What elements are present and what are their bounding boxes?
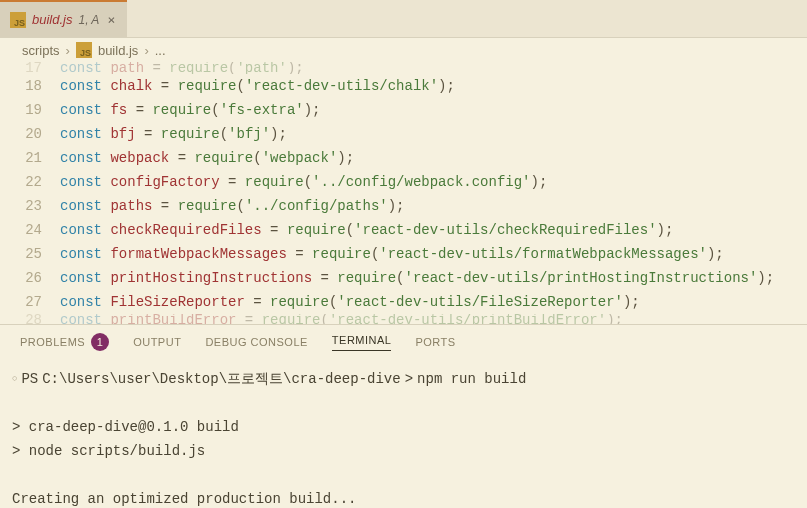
terminal-prompt-prefix: PS — [21, 367, 38, 391]
line-number: 17 — [0, 62, 42, 74]
line-number: 18 — [0, 74, 42, 98]
code-line[interactable]: const path = require('path'); — [60, 62, 807, 74]
line-number: 27 — [0, 290, 42, 314]
js-file-icon: JS — [10, 12, 26, 28]
tab-bar: JS build.js 1, A × — [0, 0, 807, 38]
line-number: 23 — [0, 194, 42, 218]
code-line[interactable]: const chalk = require('react-dev-utils/c… — [60, 74, 807, 98]
code-line[interactable]: const FileSizeReporter = require('react-… — [60, 290, 807, 314]
terminal-line — [12, 463, 787, 487]
problems-count-badge: 1 — [91, 333, 109, 351]
breadcrumb-item[interactable]: scripts — [22, 43, 60, 58]
chevron-right-icon: › — [144, 43, 148, 58]
code-line[interactable]: const webpack = require('webpack'); — [60, 146, 807, 170]
tab-debug-console[interactable]: DEBUG CONSOLE — [205, 333, 307, 351]
circle-icon: ○ — [12, 375, 17, 384]
tab-ports[interactable]: PORTS — [415, 333, 455, 351]
line-number: 25 — [0, 242, 42, 266]
code-area[interactable]: const path = require('path');const chalk… — [60, 62, 807, 324]
line-gutter: 171819202122232425262728 — [0, 62, 60, 324]
tab-label: TERMINAL — [332, 334, 392, 346]
terminal-line — [12, 391, 787, 415]
line-number: 21 — [0, 146, 42, 170]
tab-label: OUTPUT — [133, 336, 181, 348]
code-editor[interactable]: 171819202122232425262728 const path = re… — [0, 62, 807, 324]
tab-output[interactable]: OUTPUT — [133, 333, 181, 351]
panel-tabs: PROBLEMS 1 OUTPUT DEBUG CONSOLE TERMINAL… — [0, 325, 807, 359]
line-number: 26 — [0, 266, 42, 290]
tab-label: PROBLEMS — [20, 336, 85, 348]
code-line[interactable]: const checkRequiredFiles = require('reac… — [60, 218, 807, 242]
code-line[interactable]: const bfj = require('bfj'); — [60, 122, 807, 146]
breadcrumb-item[interactable]: ... — [155, 43, 166, 58]
tab-label: DEBUG CONSOLE — [205, 336, 307, 348]
terminal-command: npm run build — [417, 367, 526, 391]
breadcrumb: scripts › JS build.js › ... — [0, 38, 807, 62]
close-icon[interactable]: × — [105, 12, 117, 27]
code-line[interactable]: const paths = require('../config/paths')… — [60, 194, 807, 218]
terminal-cwd: C:\Users\user\Desktop\프로젝트\cra-deep-dive — [42, 367, 400, 391]
line-number: 22 — [0, 170, 42, 194]
tab-label: PORTS — [415, 336, 455, 348]
code-line[interactable]: const formatWebpackMessages = require('r… — [60, 242, 807, 266]
tab-problems[interactable]: PROBLEMS 1 — [20, 333, 109, 351]
code-line[interactable]: const printHostingInstructions = require… — [60, 266, 807, 290]
tab-filename: build.js — [32, 12, 72, 27]
breadcrumb-item[interactable]: build.js — [98, 43, 138, 58]
terminal-line: Creating an optimized production build..… — [12, 487, 787, 508]
tab-build-js[interactable]: JS build.js 1, A × — [0, 0, 127, 37]
terminal[interactable]: ○ PS C:\Users\user\Desktop\프로젝트\cra-deep… — [0, 359, 807, 508]
terminal-line: > cra-deep-dive@0.1.0 build — [12, 415, 787, 439]
terminal-prompt-suffix: > — [405, 367, 413, 391]
code-line[interactable]: const fs = require('fs-extra'); — [60, 98, 807, 122]
line-number: 20 — [0, 122, 42, 146]
tab-diff-indicator: 1, A — [78, 13, 99, 27]
line-number: 28 — [0, 314, 42, 324]
code-line[interactable]: const printBuildError = require('react-d… — [60, 314, 807, 324]
terminal-line: > node scripts/build.js — [12, 439, 787, 463]
line-number: 19 — [0, 98, 42, 122]
js-file-icon: JS — [76, 42, 92, 58]
chevron-right-icon: › — [66, 43, 70, 58]
line-number: 24 — [0, 218, 42, 242]
terminal-prompt-line: ○ PS C:\Users\user\Desktop\프로젝트\cra-deep… — [12, 367, 787, 391]
code-line[interactable]: const configFactory = require('../config… — [60, 170, 807, 194]
panel-area: PROBLEMS 1 OUTPUT DEBUG CONSOLE TERMINAL… — [0, 324, 807, 508]
tab-terminal[interactable]: TERMINAL — [332, 333, 392, 351]
